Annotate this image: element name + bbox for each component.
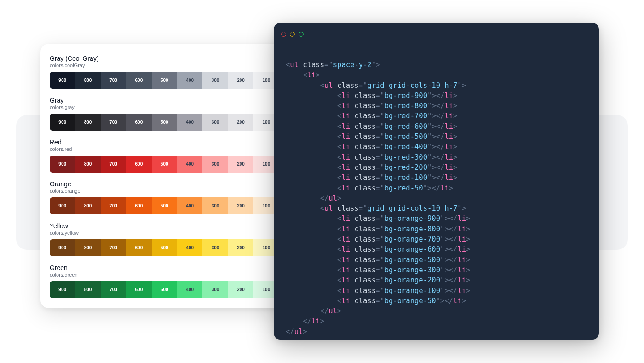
swatch[interactable]: 400 — [177, 114, 202, 131]
swatch[interactable]: 600 — [126, 72, 151, 89]
swatch[interactable]: 800 — [75, 114, 100, 131]
swatch[interactable]: 800 — [75, 239, 100, 256]
color-group-subtitle: colors.red — [50, 146, 305, 152]
swatch[interactable]: 300 — [202, 72, 228, 89]
swatch[interactable]: 400 — [177, 156, 202, 173]
swatch[interactable]: 300 — [202, 114, 228, 131]
swatch[interactable]: 700 — [101, 114, 126, 131]
color-group-title: Gray (Cool Gray) — [50, 55, 305, 62]
swatch[interactable]: 500 — [152, 197, 177, 214]
swatch[interactable]: 200 — [228, 114, 253, 131]
color-group: Greencolors.green90080070060050040030020… — [50, 264, 305, 298]
color-group-title: Yellow — [50, 222, 305, 230]
swatch[interactable]: 200 — [228, 281, 253, 298]
swatch-row: 90080070060050040030020010050 — [50, 197, 305, 214]
color-group-title: Red — [50, 138, 305, 146]
swatch[interactable]: 900 — [50, 281, 75, 298]
swatch[interactable]: 200 — [228, 239, 253, 256]
swatch[interactable]: 200 — [228, 197, 253, 214]
swatch[interactable]: 700 — [101, 197, 126, 214]
swatch[interactable]: 900 — [50, 156, 75, 173]
color-group-title: Gray — [50, 97, 305, 104]
swatch-row: 90080070060050040030020010050 — [50, 156, 305, 173]
color-group-subtitle: colors.yellow — [50, 230, 305, 236]
color-group-subtitle: colors.green — [50, 272, 305, 277]
swatch[interactable]: 500 — [152, 239, 177, 256]
color-group: Redcolors.red900800700600500400300200100… — [50, 138, 305, 173]
swatch-row: 90080070060050040030020010050 — [50, 281, 305, 298]
swatch[interactable]: 300 — [202, 281, 228, 298]
swatch[interactable]: 300 — [202, 239, 228, 256]
swatch[interactable]: 900 — [50, 72, 75, 89]
color-group: Yellowcolors.yellow900800700600500400300… — [50, 222, 305, 256]
minimize-icon[interactable] — [290, 32, 295, 37]
swatch[interactable]: 800 — [75, 156, 100, 173]
swatch[interactable]: 700 — [101, 156, 126, 173]
swatch[interactable]: 400 — [177, 72, 202, 89]
swatch[interactable]: 800 — [75, 281, 100, 298]
swatch[interactable]: 700 — [101, 281, 126, 298]
swatch[interactable]: 600 — [126, 114, 151, 131]
code-content: <ul class="space-y-2"> <li> <ul class="g… — [274, 46, 599, 340]
swatch[interactable]: 300 — [202, 197, 228, 214]
color-group-subtitle: colors.orange — [50, 188, 305, 194]
zoom-icon[interactable] — [299, 32, 304, 37]
close-icon[interactable] — [281, 32, 286, 37]
swatch[interactable]: 400 — [177, 281, 202, 298]
window-titlebar — [274, 23, 599, 46]
swatch[interactable]: 900 — [50, 239, 75, 256]
code-editor-card: <ul class="space-y-2"> <li> <ul class="g… — [274, 23, 599, 340]
swatch[interactable]: 500 — [152, 114, 177, 131]
color-group: Graycolors.gray9008007006005004003002001… — [50, 97, 305, 131]
swatch[interactable]: 700 — [101, 72, 126, 89]
swatch-row: 900800700600500400300200100050 — [50, 72, 305, 89]
swatch[interactable]: 900 — [50, 197, 75, 214]
swatch[interactable]: 500 — [152, 156, 177, 173]
swatch-row: 900800700600500400300200100050 — [50, 114, 305, 131]
swatch[interactable]: 800 — [75, 197, 100, 214]
color-group: Orangecolors.orange900800700600500400300… — [50, 180, 305, 214]
swatch[interactable]: 700 — [101, 239, 126, 256]
swatch[interactable]: 500 — [152, 72, 177, 89]
swatch[interactable]: 900 — [50, 114, 75, 131]
swatch[interactable]: 600 — [126, 197, 151, 214]
color-group-subtitle: colors.gray — [50, 104, 305, 110]
color-palette-card: Gray (Cool Gray)colors.coolGray900800700… — [40, 44, 314, 308]
swatch[interactable]: 200 — [228, 72, 253, 89]
swatch[interactable]: 600 — [126, 239, 151, 256]
swatch[interactable]: 300 — [202, 156, 228, 173]
color-group-title: Orange — [50, 180, 305, 188]
swatch[interactable]: 400 — [177, 239, 202, 256]
swatch[interactable]: 500 — [152, 281, 177, 298]
swatch[interactable]: 200 — [228, 156, 253, 173]
swatch[interactable]: 600 — [126, 281, 151, 298]
swatch[interactable]: 400 — [177, 197, 202, 214]
color-group-title: Green — [50, 264, 305, 271]
color-group: Gray (Cool Gray)colors.coolGray900800700… — [50, 55, 305, 89]
swatch-row: 90080070060050040030020010050 — [50, 239, 305, 256]
color-group-subtitle: colors.coolGray — [50, 63, 305, 68]
swatch[interactable]: 600 — [126, 156, 151, 173]
swatch[interactable]: 800 — [75, 72, 100, 89]
